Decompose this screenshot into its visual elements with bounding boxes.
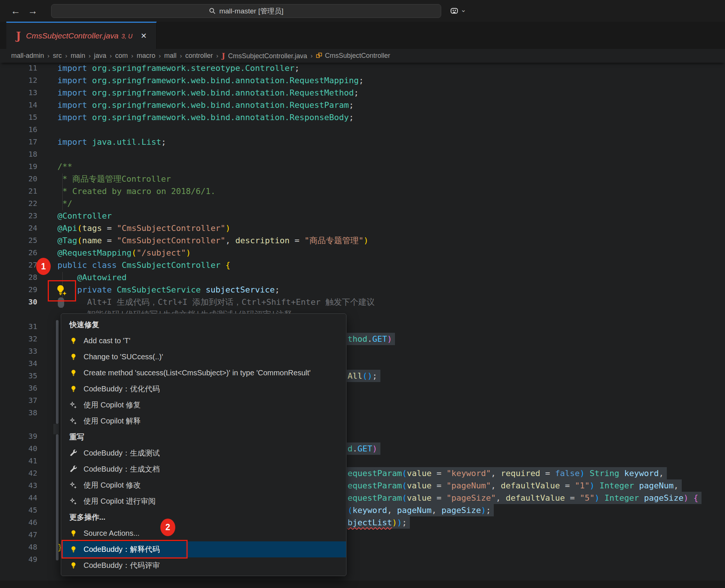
code-fragment: equestParam(value = "pageNum", defaultVa…: [347, 479, 682, 492]
line-number: 36: [0, 382, 37, 394]
code-line: @Tag(name = "CmsSubjectController", desc…: [57, 234, 368, 247]
code-line: import org.springframework.web.bind.anno…: [57, 74, 364, 87]
menu-item[interactable]: CodeBuddy：生成文档: [61, 461, 346, 477]
breadcrumb-item[interactable]: mall: [164, 52, 176, 60]
breadcrumb-item[interactable]: src: [53, 52, 62, 60]
forward-arrow-icon[interactable]: →: [26, 5, 40, 17]
menu-item[interactable]: Add cast to 'T': [61, 333, 346, 349]
code-line: @Api(tags = "CmsSubjectController"): [57, 222, 230, 234]
annotation-circle-2: 2: [160, 519, 175, 536]
breadcrumb-item[interactable]: com: [115, 52, 128, 60]
menu-item[interactable]: Source Actions...: [61, 525, 346, 541]
back-arrow-icon[interactable]: ←: [9, 5, 22, 17]
close-icon[interactable]: ✕: [141, 31, 147, 40]
menu-item-label: CodeBuddy：优化代码: [84, 384, 160, 394]
line-number: 30: [0, 296, 37, 308]
line-number: 17: [0, 136, 37, 148]
annotation-box-lightbulb: [48, 280, 76, 301]
code-fragment: All();: [347, 370, 380, 382]
breadcrumb-item[interactable]: CmsSubjectController: [316, 52, 390, 60]
menu-section-header: 更多操作...: [61, 509, 346, 525]
tab-cmssubjectcontroller[interactable]: J CmsSubjectController.java 3, U ✕: [6, 22, 157, 49]
line-number: 15: [0, 111, 37, 123]
breadcrumb-separator: ›: [65, 52, 68, 60]
inline-suggestion-hint: Alt+I 生成代码，Ctrl+I 添加到对话，Ctrl+Shift+Enter…: [57, 296, 375, 308]
menu-item[interactable]: 使用 Copilot 解释: [61, 413, 346, 429]
line-number: 49: [0, 553, 37, 566]
lightbulb-icon: [69, 530, 78, 537]
breadcrumb-item[interactable]: controller: [185, 52, 213, 60]
breadcrumb-separator: ›: [216, 52, 219, 60]
java-file-icon: J: [16, 30, 21, 42]
breadcrumb-item[interactable]: macro: [136, 52, 155, 60]
lightbulb-icon: [69, 337, 78, 345]
code-line: /**: [57, 160, 72, 173]
code-line: */: [57, 197, 72, 210]
vscode-window: ← → mall-master [管理员] ⌄ J CmsSubjectCo: [0, 0, 725, 588]
line-number: 14: [0, 99, 37, 111]
code-fragment: thod.GET): [347, 333, 395, 345]
line-number: 33: [0, 345, 37, 357]
menu-item[interactable]: CodeBuddy：优化代码: [61, 381, 346, 397]
breadcrumb-separator: ›: [311, 52, 313, 60]
code-line: * 商品专题管理Controller: [57, 173, 171, 185]
line-number: 48: [0, 541, 37, 553]
code-line: @RequestMapping("/subject"): [57, 247, 191, 259]
breadcrumb-separator: ›: [180, 52, 182, 60]
title-bar: ← → mall-master [管理员] ⌄: [0, 0, 725, 22]
java-file-icon: J: [222, 51, 225, 60]
gutter-strip-top: [56, 320, 59, 424]
breadcrumb-item[interactable]: main: [70, 52, 85, 60]
command-center-search[interactable]: mall-master [管理员]: [51, 4, 441, 18]
line-number: 25: [0, 234, 37, 247]
breadcrumb-separator: ›: [88, 52, 91, 60]
line-number: 38: [0, 407, 37, 419]
menu-item[interactable]: 使用 Copilot 修复: [61, 397, 346, 413]
menu-item[interactable]: CodeBuddy：生成测试: [61, 445, 346, 461]
copilot-menu-button[interactable]: ⌄: [449, 4, 466, 17]
menu-item-label: Source Actions...: [84, 529, 139, 538]
line-number: 43: [0, 479, 37, 492]
line-number: 18: [0, 148, 37, 160]
code-line: public class CmsSubjectController {: [57, 259, 230, 271]
breadcrumb-item[interactable]: java: [94, 52, 106, 60]
class-symbol-icon: [316, 52, 322, 59]
line-number: 22: [0, 197, 37, 210]
line-number: 16: [0, 123, 37, 136]
tab-bar: J CmsSubjectController.java 3, U ✕: [0, 22, 725, 49]
menu-item[interactable]: 使用 Copilot 修改: [61, 477, 346, 493]
tab-problems-badge: 3, U: [122, 33, 132, 40]
line-number: 37: [0, 394, 37, 407]
lightbulb-icon: [69, 353, 78, 361]
line-number: 40: [0, 442, 37, 455]
breadcrumb: mall-admin›src›main›java›com›macro›mall›…: [0, 49, 725, 63]
line-number: 29: [0, 284, 37, 296]
menu-section-header: 重写: [61, 429, 346, 445]
code-line: import org.springframework.web.bind.anno…: [57, 87, 359, 99]
search-icon: [209, 7, 216, 15]
menu-item-label: Change to 'SUCcess(..)': [84, 353, 163, 361]
line-number: 39: [0, 430, 37, 442]
lightbulb-icon: [69, 385, 78, 393]
menu-item[interactable]: Change to 'SUCcess(..)': [61, 349, 346, 365]
line-number: 19: [0, 160, 37, 173]
code-line: import java.util.List;: [57, 136, 166, 148]
menu-item[interactable]: Create method 'success(List<CmsSubject>)…: [61, 365, 346, 381]
line-number: 42: [0, 467, 37, 479]
breadcrumb-item[interactable]: mall-admin: [11, 52, 44, 60]
menu-item[interactable]: CodeBuddy：代码评审: [61, 557, 346, 573]
breadcrumb-item[interactable]: JCmsSubjectController.java: [222, 51, 307, 60]
breadcrumb-separator: ›: [159, 52, 161, 60]
chevron-down-icon: ⌄: [461, 6, 466, 14]
menu-item[interactable]: 使用 Copilot 进行审阅: [61, 493, 346, 509]
code-line: import org.springframework.stereotype.Co…: [57, 62, 299, 74]
menu-item-label: 使用 Copilot 解释: [84, 416, 141, 426]
line-number: 21: [0, 185, 37, 197]
bottom-strip: [0, 581, 725, 588]
search-text: mall-master [管理员]: [219, 6, 283, 16]
wrench-icon: [69, 450, 78, 457]
menu-item-label: CodeBuddy：生成文档: [84, 464, 160, 474]
code-line: @Controller: [57, 210, 112, 222]
menu-item-label: 使用 Copilot 进行审阅: [84, 496, 156, 506]
line-number: 20: [0, 173, 37, 185]
